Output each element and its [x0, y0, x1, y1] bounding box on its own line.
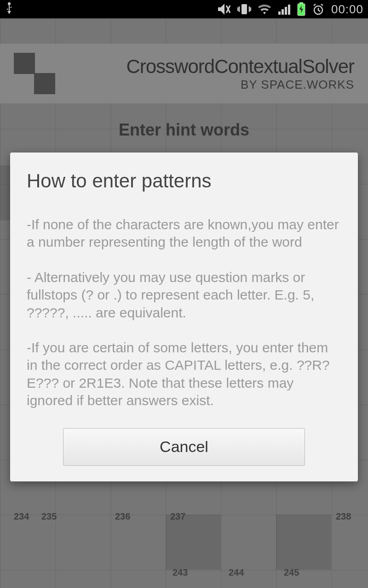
- mute-icon: [217, 3, 231, 16]
- svg-rect-8: [288, 5, 290, 15]
- app-background: CrosswordContextualSolver BY SPACE.WORKS…: [0, 18, 368, 588]
- wifi-icon: [258, 3, 271, 15]
- svg-rect-7: [285, 7, 287, 15]
- dialog-title: How to enter patterns: [27, 170, 341, 192]
- svg-rect-4: [242, 4, 247, 14]
- dialog-paragraph: - Alternatively you may use question mar…: [27, 269, 341, 322]
- status-clock: 00:00: [331, 2, 363, 17]
- dialog-body: -If none of the characters are known,you…: [27, 216, 341, 410]
- usb-icon: [5, 2, 14, 17]
- signal-icon: [278, 3, 291, 15]
- how-to-dialog: How to enter patterns -If none of the ch…: [10, 153, 358, 481]
- vibrate-icon: [237, 3, 251, 16]
- dialog-paragraph: -If none of the characters are known,you…: [27, 216, 341, 251]
- alarm-icon: [312, 3, 325, 16]
- cancel-button[interactable]: Cancel: [63, 428, 305, 466]
- svg-rect-5: [278, 11, 281, 15]
- status-bar: 00:00: [0, 0, 368, 18]
- dialog-paragraph: -If you are certain of some letters, you…: [27, 339, 341, 410]
- svg-rect-6: [282, 9, 284, 15]
- battery-charging-icon: [297, 2, 305, 16]
